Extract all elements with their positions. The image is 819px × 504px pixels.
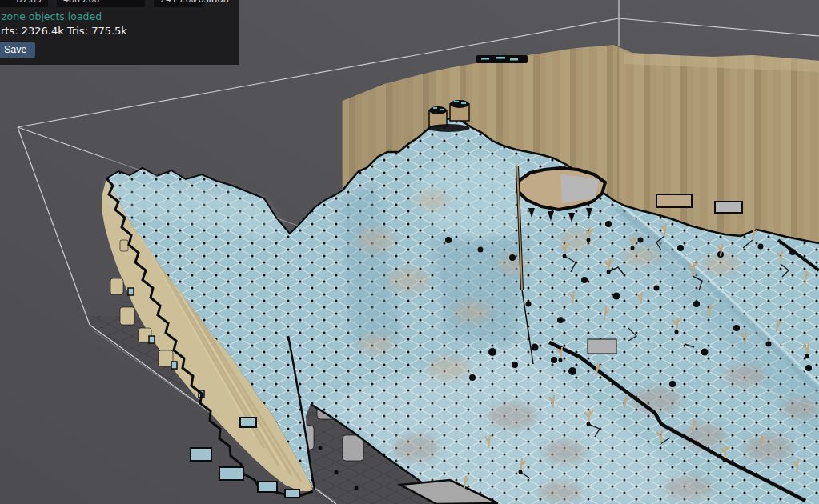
position-x-field[interactable]: 87.89 — [0, 0, 48, 7]
hud-panel: 87.89 4889.00 2415.08 Position zone obje… — [0, 0, 239, 65]
position-label: Position — [193, 0, 229, 7]
mesh-stats: rts: 2326.4k Tris: 775.5k — [1, 25, 127, 37]
save-button[interactable]: Save — [0, 42, 35, 58]
position-fields-row: 87.89 4889.00 2415.08 — [0, 0, 203, 7]
position-y-field[interactable]: 4889.00 — [57, 0, 145, 7]
viewport-3d[interactable] — [0, 0, 819, 504]
wall-ledge-object — [476, 55, 528, 63]
3d-editor-window: 87.89 4889.00 2415.08 Position zone obje… — [0, 0, 819, 504]
status-message: zone objects loaded — [2, 10, 102, 22]
